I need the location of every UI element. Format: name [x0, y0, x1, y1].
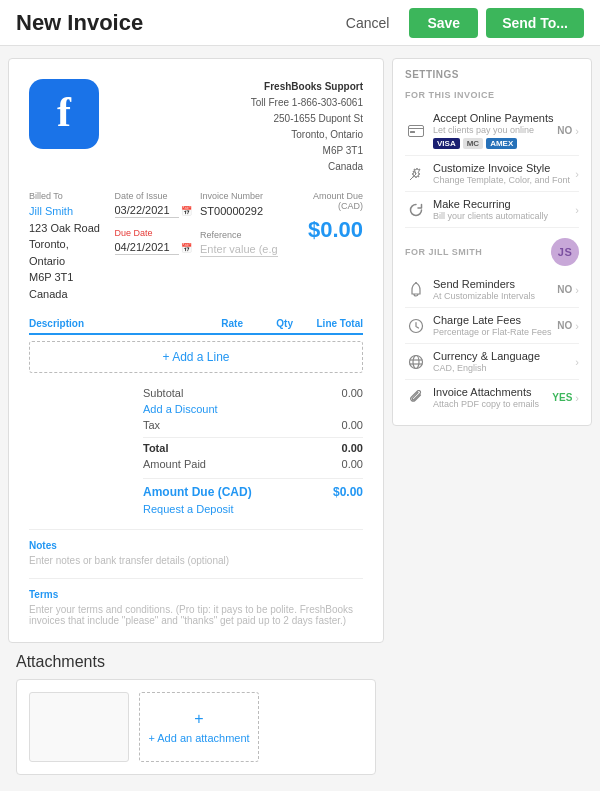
terms-placeholder[interactable]: Enter your terms and conditions. (Pro ti…: [29, 604, 363, 626]
accept-payments-chevron: ›: [575, 125, 579, 137]
currency-content: Currency & Language CAD, English: [433, 350, 575, 373]
save-button[interactable]: Save: [409, 8, 478, 38]
invoice-number: ST00000292: [200, 203, 278, 220]
currency-sub: CAD, English: [433, 363, 575, 373]
main-layout: f FreshBooks Support Toll Free 1-866-303…: [0, 46, 600, 787]
svg-point-6: [413, 355, 419, 368]
page-header: New Invoice Cancel Save Send To...: [0, 0, 600, 46]
client-postal: M6P 3T1: [29, 269, 107, 286]
due-date-calendar-icon: 📅: [181, 243, 192, 253]
reminders-title: Send Reminders: [433, 278, 557, 290]
freshbooks-logo-letter: f: [57, 91, 71, 133]
company-address3: M6P 3T1: [251, 143, 363, 159]
terms-label: Terms: [29, 589, 363, 600]
customize-content: Customize Invoice Style Change Template,…: [433, 162, 575, 185]
paperclip-icon: [405, 387, 427, 409]
currency-language-item[interactable]: Currency & Language CAD, English ›: [405, 344, 579, 380]
invoice-attachments-item[interactable]: Invoice Attachments Attach PDF copy to e…: [405, 380, 579, 415]
attachments-section: Attachments + + Add an attachment: [16, 653, 376, 775]
reference-group: Reference: [200, 230, 278, 257]
amount-paid-label: Amount Paid: [143, 458, 206, 470]
client-city: Toronto, Ontario: [29, 236, 107, 269]
late-fees-title: Charge Late Fees: [433, 314, 557, 326]
date-of-issue-input[interactable]: [115, 203, 180, 218]
amount-due-value: $0.00: [286, 213, 364, 246]
line-total-col-header: Line Total: [293, 318, 363, 329]
sendto-button[interactable]: Send To...: [486, 8, 584, 38]
cancel-button[interactable]: Cancel: [334, 9, 402, 37]
late-fees-right: NO ›: [557, 320, 579, 332]
discount-row[interactable]: Add a Discount: [143, 401, 363, 417]
reminders-chevron: ›: [575, 284, 579, 296]
notes-section: Notes Enter notes or bank transfer detai…: [29, 529, 363, 566]
attachment-placeholder: [29, 692, 129, 762]
billed-to-label: Billed To: [29, 191, 107, 201]
subtotal-label: Subtotal: [143, 387, 183, 399]
bell-icon: [405, 279, 427, 301]
attachments-toggle: YES: [552, 392, 572, 403]
wand-icon: [405, 163, 427, 185]
client-country: Canada: [29, 286, 107, 303]
company-address2: Toronto, Ontario: [251, 127, 363, 143]
recurring-sub: Bill your clients automatically: [433, 211, 575, 221]
accept-payments-sub: Let clients pay you online: [433, 125, 557, 135]
mc-chip: MC: [463, 138, 483, 149]
terms-section: Terms Enter your terms and conditions. (…: [29, 578, 363, 626]
add-line-button[interactable]: + Add a Line: [29, 341, 363, 373]
reminders-toggle: NO: [557, 284, 572, 295]
for-invoice-title: FOR THIS INVOICE: [405, 90, 579, 100]
accept-payments-content: Accept Online Payments Let clients pay y…: [433, 112, 557, 149]
customize-chevron: ›: [575, 168, 579, 180]
amount-due-footer-label: Amount Due (CAD): [143, 485, 252, 499]
notes-label: Notes: [29, 540, 363, 551]
due-date-row: 📅: [115, 240, 193, 255]
totals-section: Subtotal 0.00 Add a Discount Tax 0.00 To…: [29, 385, 363, 517]
due-date-group: Due Date 📅: [115, 228, 193, 255]
attachments-settings-title: Invoice Attachments: [433, 386, 552, 398]
due-date-input[interactable]: [115, 240, 180, 255]
tax-val: 0.00: [342, 419, 363, 431]
freshbooks-logo: f: [29, 79, 99, 149]
attachments-box: + + Add an attachment: [16, 679, 376, 775]
globe-icon: [405, 351, 427, 373]
notes-placeholder[interactable]: Enter notes or bank transfer details (op…: [29, 555, 363, 566]
client-name: Jill Smith: [29, 203, 107, 220]
invoice-meta: Billed To Jill Smith 123 Oak Road Toront…: [29, 191, 363, 302]
late-fees-chevron: ›: [575, 320, 579, 332]
attachments-chevron: ›: [575, 392, 579, 404]
accept-payments-right: NO ›: [557, 125, 579, 137]
add-attachment-button[interactable]: + + Add an attachment: [139, 692, 259, 762]
invoice-area: f FreshBooks Support Toll Free 1-866-303…: [8, 58, 384, 775]
subtotal-row: Subtotal 0.00: [143, 385, 363, 401]
reference-label: Reference: [200, 230, 278, 240]
totals-table: Subtotal 0.00 Add a Discount Tax 0.00 To…: [143, 385, 363, 517]
make-recurring-item[interactable]: Make Recurring Bill your clients automat…: [405, 192, 579, 228]
customize-right: ›: [575, 168, 579, 180]
subtotal-val: 0.00: [342, 387, 363, 399]
company-address4: Canada: [251, 159, 363, 175]
amount-due-block: Amount Due (CAD) $0.00: [286, 191, 364, 302]
add-attachment-plus: +: [194, 710, 203, 728]
amount-paid-row: Amount Paid 0.00: [143, 456, 363, 472]
send-reminders-item[interactable]: Send Reminders At Customizable Intervals…: [405, 272, 579, 308]
header-actions: Cancel Save Send To...: [334, 8, 584, 38]
charge-late-fees-item[interactable]: Charge Late Fees Percentage or Flat-Rate…: [405, 308, 579, 344]
recurring-right: ›: [575, 204, 579, 216]
total-val: 0.00: [342, 442, 363, 454]
accept-online-payments-item[interactable]: Accept Online Payments Let clients pay y…: [405, 106, 579, 156]
refresh-icon: [405, 199, 427, 221]
amount-due-label: Amount Due (CAD): [286, 191, 364, 211]
svg-rect-2: [410, 131, 415, 133]
total-label: Total: [143, 442, 168, 454]
attachments-right: YES ›: [552, 392, 579, 404]
line-items-header: Description Rate Qty Line Total: [29, 318, 363, 335]
reference-input[interactable]: [200, 242, 278, 257]
amount-paid-val: 0.00: [342, 458, 363, 470]
deposit-row[interactable]: Request a Deposit: [143, 501, 363, 517]
customize-invoice-item[interactable]: Customize Invoice Style Change Template,…: [405, 156, 579, 192]
currency-chevron: ›: [575, 356, 579, 368]
amount-due-footer-row: Amount Due (CAD) $0.00: [143, 483, 363, 501]
deposit-label: Request a Deposit: [143, 503, 234, 515]
settings-title: Settings: [405, 69, 579, 80]
attachments-content: Invoice Attachments Attach PDF copy to e…: [433, 386, 552, 409]
